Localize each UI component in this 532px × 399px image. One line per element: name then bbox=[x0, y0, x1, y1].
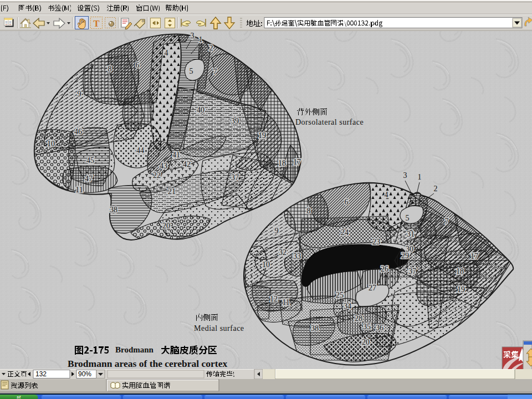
svg-text:T: T bbox=[93, 18, 100, 29]
svg-text:132: 132 bbox=[35, 370, 47, 378]
svg-text:90%: 90% bbox=[78, 370, 91, 378]
svg-text:st: st bbox=[17, 395, 21, 399]
